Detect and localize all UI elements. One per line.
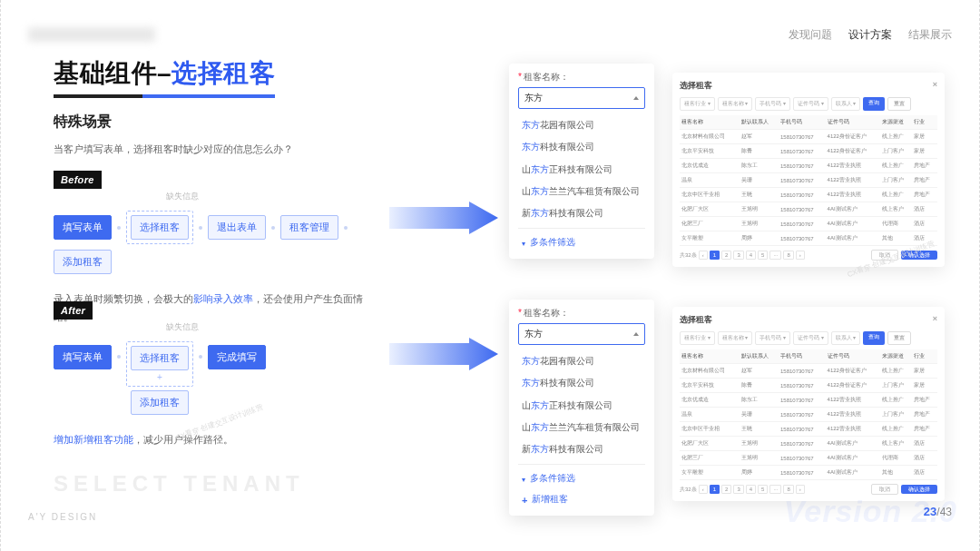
page-current: 23 <box>924 505 936 518</box>
table-cell: 家居 <box>912 379 937 393</box>
tp-title-text: 选择租客 <box>680 314 712 326</box>
pager-page[interactable]: 1 <box>710 485 720 494</box>
pager-page[interactable]: 3 <box>733 251 743 260</box>
dd-option[interactable]: 山东方正科技有限公司 <box>509 395 654 417</box>
table-header: 行业 <box>912 349 937 364</box>
table-cell: 线上客户 <box>880 202 912 217</box>
filter-input[interactable]: 租客名称 ▾ <box>718 97 753 111</box>
pager-next[interactable]: › <box>796 251 805 260</box>
dd-filter-action[interactable]: 多条件筛选 <box>509 232 654 253</box>
funnel-icon <box>522 238 525 248</box>
filter-input[interactable]: 联系人 ▾ <box>831 331 861 345</box>
table-cell: 王旭明 <box>740 451 779 466</box>
filter-input[interactable]: 联系人 ▾ <box>831 97 861 111</box>
nav-item-discover[interactable]: 发现问题 <box>789 27 832 43</box>
table-header: 手机号码 <box>779 349 826 364</box>
table-row[interactable]: 化肥厂大区王旭明158107307674AI测试客户线上客户酒店 <box>680 202 937 217</box>
dd-label-text: 租客名称： <box>524 308 569 318</box>
table-row[interactable]: 北京平安科技陈青158107307674122身份证客户上门客户家居 <box>680 144 937 159</box>
table-cell: 4122身份证客户 <box>826 364 880 379</box>
table-header: 手机号码 <box>779 115 826 130</box>
cancel-button[interactable]: 取消 <box>871 484 898 495</box>
table-row[interactable]: 女平雕塑周婷158107307674AI测试客户其他酒店 <box>680 231 937 246</box>
dd-option[interactable]: 东方花园有限公司 <box>509 350 654 372</box>
table-row[interactable]: 化肥三厂王旭明158107307674AI测试客户代理商酒店 <box>680 217 937 231</box>
table-cell: 代理商 <box>880 451 912 466</box>
table-row[interactable]: 北京材料有限公司赵军158107307674122身份证客户线上推广家居 <box>680 130 937 144</box>
after-badge: After <box>54 301 93 320</box>
pager-page[interactable]: 5 <box>758 251 768 260</box>
dd-option[interactable]: 山东方兰兰汽车租赁有限公司 <box>509 181 654 202</box>
ghost-title: SELECT TENANT <box>54 471 305 497</box>
table-cell: 陈青 <box>740 144 779 159</box>
table-row[interactable]: 北京材料有限公司赵军158107307674122身份证客户线上推广家居 <box>680 364 937 379</box>
table-cell: 吴珊 <box>740 173 779 188</box>
pager-page[interactable]: ··· <box>769 485 781 494</box>
table-row[interactable]: 温泉吴珊158107307674122营业执照上门客户房地产 <box>680 173 937 188</box>
pager-page[interactable]: ··· <box>769 251 781 260</box>
dd-option[interactable]: 山东方正科技有限公司 <box>509 159 654 181</box>
table-row[interactable]: 化肥厂大区王旭明158107307674AI测试客户线上客户酒店 <box>680 437 937 451</box>
table-row[interactable]: 北京优成造陈东工158107307674122营业执照线上推广房地产 <box>680 159 937 173</box>
filter-input[interactable]: 手机号码 ▾ <box>755 97 790 111</box>
search-button[interactable]: 查询 <box>863 97 885 111</box>
dd-input-value: 东方 <box>524 328 543 340</box>
filter-input[interactable]: 证件号码 ▾ <box>793 331 828 345</box>
pager-page[interactable]: 8 <box>783 251 793 260</box>
dd-option[interactable]: 东方科技有限公司 <box>509 136 654 158</box>
table-row[interactable]: 北京中区千业相王晓158107307674122营业执照线上推广房地产 <box>680 188 937 202</box>
pager-page[interactable]: 5 <box>758 485 768 494</box>
reset-button[interactable]: 重置 <box>887 331 911 345</box>
search-button[interactable]: 查询 <box>863 331 885 345</box>
reset-button[interactable]: 重置 <box>887 97 911 111</box>
close-icon[interactable]: × <box>933 314 937 326</box>
dd-input[interactable]: 东方 <box>518 87 645 109</box>
pager-prev[interactable]: ‹ <box>699 251 708 260</box>
dd-input[interactable]: 东方 <box>518 323 645 345</box>
page-title: 基础组件–选择租客 <box>54 56 275 98</box>
table-cell: 4122营业执照 <box>826 188 880 202</box>
filter-input[interactable]: 手机号码 ▾ <box>755 331 790 345</box>
nav-item-design[interactable]: 设计方案 <box>848 27 892 43</box>
filter-input[interactable]: 租客名称 ▾ <box>718 331 753 345</box>
flow-col: 选择租客 + 添加租客 <box>126 341 193 415</box>
nav-item-result[interactable]: 结果展示 <box>908 27 952 43</box>
table-row[interactable]: 女平雕塑周婷158107307674AI测试客户其他酒店 <box>680 466 937 480</box>
dd-label-text: 租客名称： <box>524 72 569 82</box>
pager-page[interactable]: 4 <box>746 485 756 494</box>
pager-page[interactable]: 1 <box>710 251 720 260</box>
table-row[interactable]: 化肥三厂王旭明158107307674AI测试客户代理商酒店 <box>680 451 937 466</box>
confirm-button[interactable]: 确认选择 <box>901 485 937 494</box>
table-row[interactable]: 温泉吴珊158107307674122营业执照上门客户房地产 <box>680 408 937 422</box>
pager-page[interactable]: 2 <box>721 251 731 260</box>
pager-prev[interactable]: ‹ <box>699 485 708 494</box>
dd-option[interactable]: 山东方兰兰汽车租赁有限公司 <box>509 417 654 438</box>
filter-input[interactable]: 证件号码 ▾ <box>793 97 828 111</box>
table-cell: 代理商 <box>880 217 912 231</box>
pager-page[interactable]: 2 <box>721 485 731 494</box>
table-cell: 北京优成造 <box>680 159 740 173</box>
table-row[interactable]: 北京优成造陈东工158107307674122营业执照线上推广房地产 <box>680 393 937 408</box>
pager-page[interactable]: 4 <box>746 251 756 260</box>
pager-next[interactable]: › <box>796 485 805 494</box>
table-cell: 线上客户 <box>880 437 912 451</box>
filter-input[interactable]: 租客行业 ▾ <box>680 331 715 345</box>
table-cell: 温泉 <box>680 408 740 422</box>
pager-page[interactable]: 3 <box>733 485 743 494</box>
table-cell: 4122营业执照 <box>826 173 880 188</box>
table-cell: 赵军 <box>740 364 779 379</box>
dropdown-after: *租客名称： 东方 东方花园有限公司东方科技有限公司山东方正科技有限公司山东方兰… <box>509 300 654 516</box>
dd-option[interactable]: 东方花园有限公司 <box>509 114 654 136</box>
dd-add-action[interactable]: 新增租客 <box>509 489 654 510</box>
filter-input[interactable]: 租客行业 ▾ <box>680 97 715 111</box>
dd-filter-action[interactable]: 多条件筛选 <box>509 468 654 489</box>
table-cell: 吴珊 <box>740 408 779 422</box>
dd-option[interactable]: 新东方科技有限公司 <box>509 438 654 460</box>
pager-page[interactable]: 8 <box>783 485 793 494</box>
table-row[interactable]: 北京平安科技陈青158107307674122身份证客户上门客户家居 <box>680 379 937 393</box>
dd-option[interactable]: 东方科技有限公司 <box>509 372 654 394</box>
dd-option[interactable]: 新东方科技有限公司 <box>509 202 654 224</box>
close-icon[interactable]: × <box>933 80 937 92</box>
table-cell: 15810730767 <box>779 130 826 144</box>
table-row[interactable]: 北京中区千业相王晓158107307674122营业执照线上推广房地产 <box>680 422 937 437</box>
